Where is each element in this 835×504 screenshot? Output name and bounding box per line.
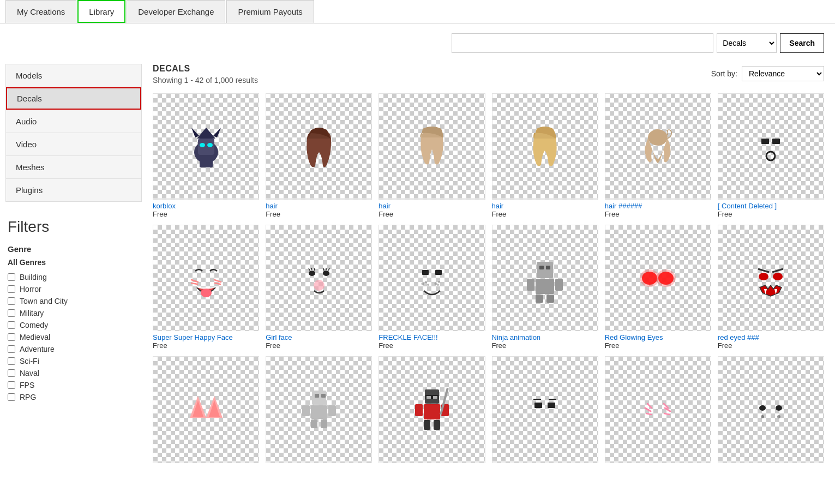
item-thumb-hair-curly [605,93,711,200]
sidebar: Models Decals Audio Video Meshes Plugins… [0,58,142,471]
genre-item-medieval: Medieval [5,331,142,343]
item-card-korblox[interactable]: korblox Free [153,93,259,218]
svg-point-28 [314,280,325,291]
sidebar-item-models[interactable]: Models [6,64,141,87]
genre-checkbox-rpg[interactable] [8,393,15,401]
svg-line-22 [309,268,310,271]
main-layout: Models Decals Audio Video Meshes Plugins… [0,58,835,471]
sort-select[interactable]: Relevance Most Favorited Most Downloaded… [742,66,824,81]
item-card-eyes-dots[interactable] [492,356,598,465]
genre-checkbox-medieval[interactable] [8,333,15,341]
search-type-dropdown[interactable]: Decals Models Audio Video Meshes Plugins [717,33,777,53]
tab-my-creations[interactable]: My Creations [5,0,76,23]
svg-rect-41 [527,279,534,291]
search-input[interactable] [452,33,713,53]
svg-rect-42 [555,279,563,291]
item-thumb-hair-2 [379,93,485,200]
top-tabs-container: My Creations Library Developer Exchange … [0,0,835,23]
item-card-ninja2[interactable] [379,356,485,465]
svg-line-24 [314,268,315,271]
item-price: Free [153,341,259,350]
item-card-red-eyed[interactable]: red eyed ### Free [718,225,824,350]
sidebar-item-meshes[interactable]: Meshes [6,156,141,179]
svg-line-84 [665,408,670,411]
tab-library[interactable]: Library [77,0,125,23]
genre-checkbox-scifi[interactable] [8,357,15,365]
genre-checkbox-town-city[interactable] [8,297,15,305]
item-card-ears[interactable] [153,356,259,465]
svg-point-52 [773,273,783,280]
svg-rect-40 [536,279,554,294]
genre-checkbox-horror[interactable] [8,285,15,293]
svg-point-33 [427,284,429,286]
sidebar-item-plugins[interactable]: Plugins [6,179,141,201]
item-card-small-eyes[interactable] [718,356,824,465]
item-card-girl-face[interactable]: Girl face Free [266,225,372,350]
item-card-ninja[interactable]: Ninja animation Free [492,225,598,350]
svg-line-16 [191,283,197,284]
item-card-squint-eyes[interactable] [605,356,711,465]
genre-checkbox-adventure[interactable] [8,345,15,353]
svg-rect-74 [424,420,430,430]
genre-checkbox-naval[interactable] [8,369,15,377]
genre-checkbox-comedy[interactable] [8,321,15,329]
tab-premium-payouts[interactable]: Premium Payouts [226,0,314,23]
item-name: hair [379,202,485,210]
svg-line-49 [758,269,769,272]
item-thumb-girl-face [266,225,372,331]
item-card-hair-2[interactable]: hair Free [379,93,485,218]
tab-developer-exchange[interactable]: Developer Exchange [127,0,225,23]
genre-checkbox-military[interactable] [8,309,15,317]
search-button[interactable]: Search [780,33,824,53]
item-thumb-small-eyes [718,356,824,463]
genre-checkbox-building[interactable] [8,273,15,281]
item-thumb-ninja2 [379,356,485,463]
svg-point-34 [434,282,437,285]
item-name: hair [492,202,598,210]
item-card-freckle-face[interactable]: FRECKLE FACE!!! Free [379,225,485,350]
svg-line-25 [323,268,324,271]
svg-line-23 [311,268,312,270]
svg-line-82 [646,413,651,415]
item-card-content-deleted[interactable]: [ Content Deleted ] Free [718,93,824,218]
item-thumb-content-deleted [718,93,824,200]
item-name: Super Super Happy Face [153,333,259,341]
item-card-happy-face[interactable]: Super Super Happy Face Free [153,225,259,350]
item-price: Free [266,341,372,350]
svg-rect-60 [315,394,319,398]
content-header: DECALS Showing 1 - 42 of 1,000 results S… [153,64,824,85]
svg-rect-43 [536,295,543,303]
svg-marker-2 [197,128,215,139]
item-card-hair-3[interactable]: hair Free [492,93,598,218]
svg-line-15 [191,280,198,282]
item-card-red-glowing-eyes[interactable]: Red Glowing Eyes Free [605,225,711,350]
sidebar-item-video[interactable]: Video [6,133,141,156]
genre-item-building: Building [5,271,142,283]
item-name: Ninja animation [492,333,598,341]
items-grid: korblox Free hair Free [153,93,824,465]
genre-item-scifi: Sci-Fi [5,355,142,367]
svg-rect-75 [434,420,440,430]
item-thumb-red-glowing-eyes [605,225,711,331]
filters-title: Filters [5,218,142,236]
item-name: FRECKLE FACE!!! [379,333,485,341]
svg-rect-78 [548,403,555,408]
svg-point-31 [421,282,424,285]
svg-rect-1 [198,139,214,155]
sidebar-item-decals[interactable]: Decals [6,87,141,110]
item-card-robot[interactable] [266,356,372,465]
genre-checkbox-fps[interactable] [8,381,15,389]
sidebar-item-audio[interactable]: Audio [6,110,141,133]
item-card-hair-1[interactable]: hair Free [266,93,372,218]
svg-line-18 [215,283,220,284]
content-area: DECALS Showing 1 - 42 of 1,000 results S… [142,58,835,471]
item-price: Free [379,210,485,218]
item-price: Free [605,341,711,350]
svg-rect-66 [321,419,327,428]
search-bar: Decals Models Audio Video Meshes Plugins… [0,23,835,58]
svg-point-20 [309,271,315,276]
genre-item-rpg: RPG [5,391,142,403]
svg-rect-30 [435,270,442,275]
item-card-hair-curly[interactable]: hair ###### Free [605,93,711,218]
svg-rect-71 [424,404,440,419]
